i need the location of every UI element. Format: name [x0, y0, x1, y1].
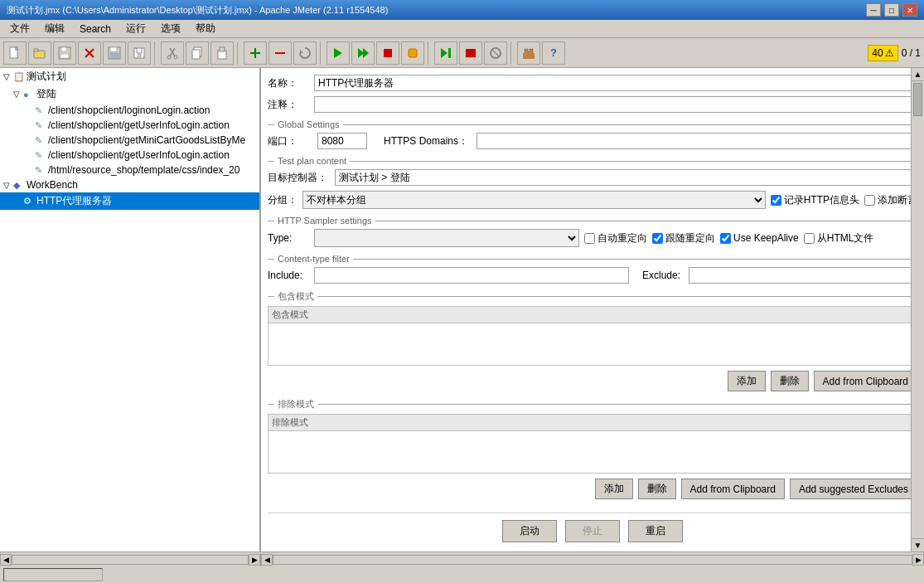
warn-icon: ⚠ — [885, 47, 894, 59]
menu-options[interactable]: 选项 — [154, 20, 187, 37]
right-scroll-left[interactable]: ◀ — [261, 554, 273, 566]
type-select[interactable] — [314, 229, 579, 247]
open-button[interactable] — [28, 41, 51, 65]
right-htrack — [273, 555, 912, 565]
start-button[interactable] — [327, 41, 350, 65]
record-http-checkbox[interactable] — [771, 195, 781, 206]
close-button[interactable]: ✕ — [902, 3, 917, 17]
remote-clear-button[interactable] — [484, 41, 507, 65]
expand-icon — [13, 197, 22, 206]
toolbar-right: 40 ⚠ 0 / 1 — [868, 45, 921, 61]
record-http-label: 记录HTTP信息头 — [771, 193, 859, 207]
scroll-thumb[interactable] — [913, 83, 922, 116]
tree-item-test-plan[interactable]: ▽ 📋 测试计划 — [0, 68, 259, 85]
tree-item-4[interactable]: ✎ /client/shopclient/getUserInfoLogin.ac… — [0, 148, 259, 163]
func-helper-button[interactable] — [517, 41, 540, 65]
close-all-button[interactable] — [78, 41, 101, 65]
start-nopause-button[interactable] — [351, 41, 375, 65]
save-button[interactable] — [103, 41, 126, 65]
comment-input[interactable] — [314, 96, 917, 113]
type-row: Type: 自动重定向 跟随重定向 Use KeepAlive — [268, 229, 917, 247]
target-input[interactable] — [335, 169, 917, 186]
exclude-pattern-header: 排除模式 — [268, 415, 917, 431]
add-button[interactable] — [244, 41, 267, 65]
include-clipboard-button[interactable]: Add from Clipboard — [814, 371, 917, 391]
statusbar — [0, 567, 924, 583]
svg-rect-29 — [409, 49, 417, 57]
exclude-delete-button[interactable]: 删除 — [638, 479, 676, 499]
saveas-button[interactable] — [128, 41, 151, 65]
menu-edit[interactable]: 编辑 — [38, 20, 71, 37]
tree-item-login[interactable]: ▽ ● 登陆 — [0, 85, 259, 103]
help-button[interactable]: ? — [542, 41, 565, 65]
new-button[interactable] — [3, 41, 27, 65]
include-add-button[interactable]: 添加 — [728, 371, 766, 391]
svg-point-16 — [174, 56, 177, 59]
cut-button[interactable] — [161, 41, 184, 65]
expand-icon: ▽ — [3, 72, 12, 81]
tree-item-2[interactable]: ✎ /client/shopclient/getUserInfoLogin.ac… — [0, 118, 259, 133]
tree-panel: ▽ 📋 测试计划 ▽ ● 登陆 ✎ /client/shopclient/log… — [0, 68, 261, 551]
svg-rect-18 — [192, 50, 200, 59]
expand-icon — [25, 106, 33, 115]
left-scroll-right[interactable]: ▶ — [249, 554, 260, 566]
right-scroll-right[interactable]: ▶ — [912, 554, 924, 566]
tree-item-http-proxy[interactable]: ⚙ HTTP代理服务器 — [0, 192, 259, 210]
auto-redirect-checkbox[interactable] — [584, 233, 595, 244]
test-plan-title: Test plan content — [268, 156, 917, 166]
from-html-label: 从HTML文件 — [804, 231, 874, 245]
from-html-checkbox[interactable] — [804, 233, 815, 244]
item1-label: /client/shopclient/loginonLogin.action — [48, 104, 210, 116]
add-assertion-checkbox[interactable] — [864, 195, 875, 206]
comment-row: 注释： — [268, 96, 917, 113]
tree-item-1[interactable]: ✎ /client/shopclient/loginonLogin.action — [0, 103, 259, 118]
left-scroll-left[interactable]: ◀ — [0, 554, 12, 566]
use-keepalive-checkbox[interactable] — [720, 233, 731, 244]
menu-run[interactable]: 运行 — [119, 20, 152, 37]
tree-item-workbench[interactable]: ▽ ◆ WorkBench — [0, 177, 259, 192]
add-suggested-button[interactable]: Add suggested Excludes — [790, 479, 917, 499]
exclude-add-button[interactable]: 添加 — [595, 479, 633, 499]
exclude-clipboard-button[interactable]: Add from Clipboard — [681, 479, 785, 499]
target-label: 目标控制器： — [268, 171, 330, 185]
exclude-input[interactable] — [689, 267, 917, 284]
tree-item-3[interactable]: ✎ /client/shopclient/getMiniCartGoodsLis… — [0, 133, 259, 148]
include-input[interactable] — [314, 267, 629, 284]
include-delete-button[interactable]: 删除 — [771, 371, 809, 391]
svg-rect-35 — [523, 53, 535, 59]
remote-stop-button[interactable] — [459, 41, 482, 65]
save-templates-button[interactable] — [53, 41, 76, 65]
include-label: Include: — [268, 270, 309, 281]
scroll-up[interactable]: ▲ — [912, 68, 924, 81]
port-input[interactable] — [317, 133, 367, 149]
svg-marker-30 — [441, 48, 447, 58]
content-inner: 名称： 注释： Global Settings 端口： HTTPS Domain… — [261, 68, 924, 551]
remove-button[interactable] — [268, 41, 292, 65]
menu-help[interactable]: 帮助 — [189, 20, 222, 37]
minimize-button[interactable]: ─ — [866, 3, 881, 17]
menu-search[interactable]: Search — [73, 22, 118, 36]
name-input[interactable] — [314, 75, 917, 91]
https-input[interactable] — [477, 133, 917, 149]
use-keepalive-label: Use KeepAlive — [720, 232, 799, 244]
restart-proxy-button[interactable]: 重启 — [628, 520, 683, 542]
copy-button[interactable] — [186, 41, 209, 65]
paste-button[interactable] — [210, 41, 234, 65]
bottom-area: ◀ ▶ ◀ ▶ — [0, 551, 924, 583]
scroll-down[interactable]: ▼ — [912, 538, 924, 551]
remote-start-button[interactable] — [434, 41, 457, 65]
stop-proxy-button[interactable]: 停止 — [565, 520, 620, 542]
group-select[interactable]: 不对样本分组 在组间添加分隔符 每组放入新的控制器 只存储每组的第一个样本 — [302, 191, 766, 209]
group-label: 分组： — [268, 193, 298, 207]
menu-file[interactable]: 文件 — [3, 20, 36, 37]
start-proxy-button[interactable]: 启动 — [502, 520, 557, 542]
workbench-label: WorkBench — [27, 179, 78, 191]
clear-button[interactable] — [293, 41, 317, 65]
content-panel: 名称： 注释： Global Settings 端口： HTTPS Domain… — [261, 68, 924, 551]
maximize-button[interactable]: □ — [884, 3, 899, 17]
stop-button[interactable] — [376, 41, 399, 65]
tree-item-5[interactable]: ✎ /html/resource_shop/template/css/index… — [0, 163, 259, 177]
svg-marker-24 — [300, 50, 303, 53]
shutdown-button[interactable] — [401, 41, 424, 65]
follow-redirect-checkbox[interactable] — [652, 233, 663, 244]
